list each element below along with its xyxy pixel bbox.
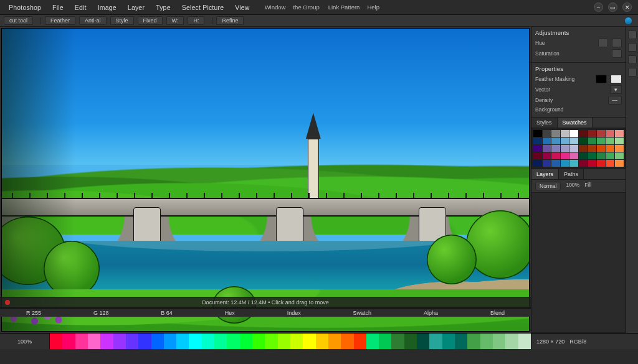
footer-swatch[interactable] [227, 334, 239, 349]
opt-feather[interactable]: Feather [45, 16, 75, 25]
menu-help[interactable]: Help [367, 4, 379, 11]
swatch[interactable] [597, 152, 606, 159]
footer-swatch[interactable] [366, 334, 379, 349]
dropdown[interactable]: ▾ [610, 85, 622, 94]
swatch[interactable] [588, 145, 597, 152]
swatch[interactable] [615, 138, 624, 144]
footer-swatch[interactable] [354, 334, 366, 349]
opt-refine[interactable]: Refine [216, 16, 244, 25]
swatch[interactable] [606, 130, 615, 137]
footer-swatch[interactable] [442, 334, 455, 349]
footer-swatch[interactable] [467, 334, 480, 349]
swatch[interactable] [597, 130, 606, 137]
swatch[interactable] [561, 145, 569, 152]
footer-swatch-bar[interactable] [50, 334, 531, 349]
tab-styles[interactable]: Styles [531, 118, 558, 128]
swatch[interactable] [561, 130, 569, 137]
swatch[interactable] [615, 160, 624, 167]
footer-swatch[interactable] [75, 334, 88, 349]
swatch-grid[interactable] [531, 128, 626, 169]
swatch[interactable] [543, 145, 551, 152]
layers-list[interactable] [531, 193, 626, 332]
footer-swatch[interactable] [518, 334, 531, 349]
footer-swatch[interactable] [303, 334, 315, 349]
swatch[interactable] [569, 145, 578, 152]
menu-select[interactable]: Select Picture [177, 2, 231, 13]
swatch[interactable] [615, 152, 624, 159]
color-fg-icon[interactable] [596, 75, 607, 83]
menu-window[interactable]: Window [265, 4, 286, 11]
swatch[interactable] [615, 145, 624, 152]
opt-height[interactable]: H: [188, 16, 204, 25]
footer-swatch[interactable] [505, 334, 518, 349]
footer-swatch[interactable] [62, 334, 75, 349]
swatch[interactable] [569, 130, 578, 137]
swatch[interactable] [533, 145, 542, 152]
footer-swatch[interactable] [379, 334, 391, 349]
swatch[interactable] [569, 160, 578, 167]
document-canvas[interactable] [1, 28, 530, 332]
footer-swatch[interactable] [328, 334, 341, 349]
footer-swatch[interactable] [240, 334, 252, 349]
swatch[interactable] [543, 160, 551, 167]
swatch[interactable] [561, 138, 569, 144]
footer-swatch[interactable] [417, 334, 429, 349]
tool-indicator[interactable]: cut tool [4, 16, 33, 25]
footer-swatch[interactable] [50, 334, 62, 349]
menu-edit[interactable]: Edit [70, 2, 93, 13]
swatch[interactable] [579, 130, 588, 137]
close-icon[interactable]: ✕ [622, 2, 632, 12]
swatch[interactable] [579, 152, 588, 159]
opt-fixed[interactable]: Fixed [138, 16, 163, 25]
swatch[interactable] [588, 152, 597, 159]
footer-swatch[interactable] [100, 334, 113, 349]
swatch[interactable] [579, 160, 588, 167]
footer-swatch[interactable] [214, 334, 227, 349]
footer-swatch[interactable] [341, 334, 353, 349]
swatch[interactable] [533, 160, 542, 167]
tab-paths[interactable]: Paths [559, 169, 584, 179]
menu-layer[interactable]: Layer [123, 2, 151, 13]
swatch[interactable] [597, 160, 606, 167]
brushes-icon[interactable] [628, 55, 637, 64]
info-icon[interactable] [628, 68, 637, 77]
swatch[interactable] [579, 138, 588, 144]
swatch[interactable] [543, 138, 551, 144]
swatch[interactable] [597, 145, 606, 152]
footer-swatch[interactable] [202, 334, 214, 349]
swatch[interactable] [533, 152, 542, 159]
footer-swatch[interactable] [455, 334, 467, 349]
footer-swatch[interactable] [189, 334, 201, 349]
menu-app[interactable]: Photoshop [4, 2, 47, 13]
menu-file[interactable]: File [47, 2, 70, 13]
cloud-sync-icon[interactable] [625, 17, 632, 24]
opt-width[interactable]: W: [166, 16, 184, 25]
swatch[interactable] [543, 130, 551, 137]
swatch[interactable] [561, 160, 569, 167]
swatch[interactable] [606, 152, 615, 159]
slider-icon[interactable] [612, 39, 622, 47]
footer-swatch[interactable] [290, 334, 303, 349]
blend-mode-select[interactable]: Normal [535, 182, 561, 190]
footer-swatch[interactable] [138, 334, 151, 349]
menu-type[interactable]: Type [151, 2, 177, 13]
history-icon[interactable] [628, 30, 637, 39]
swatch[interactable] [606, 160, 615, 167]
opt-antialias[interactable]: Anti-al [79, 16, 107, 25]
maximize-icon[interactable]: ▭ [608, 2, 617, 12]
footer-swatch[interactable] [113, 334, 126, 349]
swatch[interactable] [569, 138, 578, 144]
swatch[interactable] [606, 138, 615, 144]
value-chip[interactable]: — [608, 96, 622, 105]
swatch[interactable] [533, 138, 542, 144]
footer-swatch[interactable] [316, 334, 328, 349]
swatch[interactable] [597, 138, 606, 144]
swatch[interactable] [579, 145, 588, 152]
footer-swatch[interactable] [429, 334, 442, 349]
canvas-area[interactable]: Document: 12.4M / 12.4M • Click and drag… [0, 27, 531, 333]
swatch[interactable] [588, 130, 597, 137]
swatch[interactable] [551, 145, 560, 152]
swatch[interactable] [606, 145, 615, 152]
footer-swatch[interactable] [404, 334, 417, 349]
slider-icon[interactable] [612, 49, 622, 58]
